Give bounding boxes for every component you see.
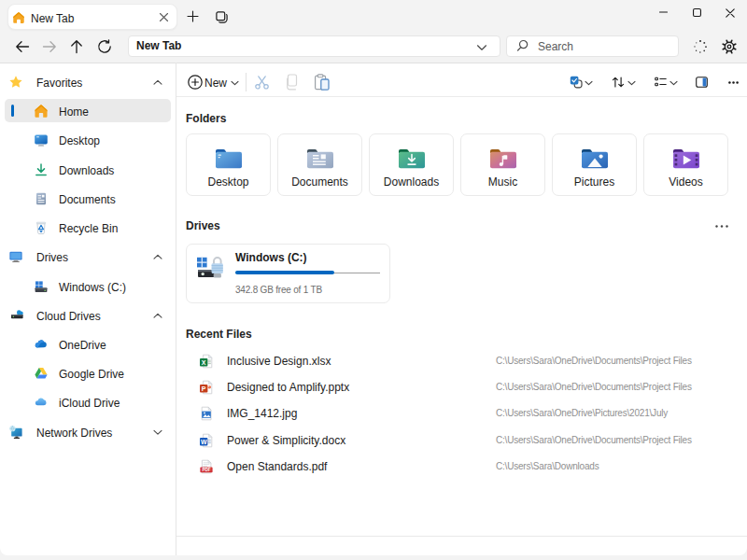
svg-text:X: X: [202, 359, 206, 366]
svg-text:W: W: [201, 439, 207, 445]
svg-text:PDF: PDF: [202, 468, 210, 472]
svg-text:P: P: [202, 385, 206, 392]
